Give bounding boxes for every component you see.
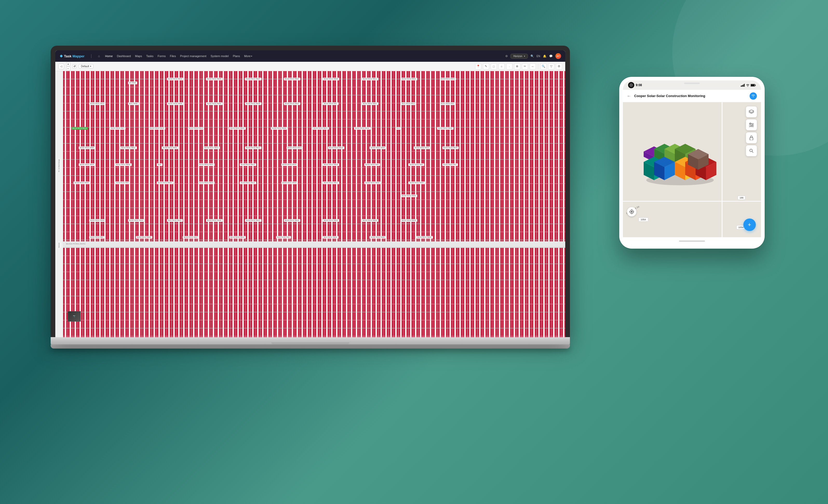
map-label-73: BLK35.TRC02.TRK84 (416, 236, 433, 239)
settings-icon[interactable]: ⚙ (505, 54, 508, 58)
lock-icon (750, 135, 753, 140)
wifi-icon (751, 94, 755, 97)
zoom-out-button[interactable]: − (66, 67, 70, 71)
nav-maps[interactable]: Maps (135, 54, 142, 57)
map-canvas[interactable]: BLK32.PC501.INV51 📷 DH.TRK05 BLK32.TRC01… (63, 71, 565, 337)
map-label-71: BLK3.TRC02.TRK46 (323, 236, 339, 239)
map-label-26: BLK2 (396, 127, 402, 130)
phone-filter-button[interactable] (746, 119, 757, 130)
home-icon[interactable]: ⌂ (98, 54, 100, 58)
point-tool[interactable]: · (506, 63, 512, 70)
zoom-in-button[interactable]: + (66, 62, 70, 66)
phone-search-button[interactable] (746, 145, 757, 156)
alerts-icon[interactable]: 💬 (549, 54, 553, 58)
phone-home-bar (623, 237, 761, 245)
map-label-18: BLK31.TRC02.TRK3 (440, 102, 455, 105)
map-label-62: BLK44.TRC01.TRK19 (284, 219, 300, 222)
phone-map-area[interactable]: 186 1054 County Rd 1tc (623, 102, 761, 237)
map-settings-button[interactable]: ⚙ (556, 63, 562, 70)
user-avatar[interactable]: A ▾ (555, 53, 561, 59)
phone-lock-button[interactable] (746, 132, 757, 143)
map-label-7: BLK43.TRC02.TRK22 (401, 78, 417, 80)
map-label-55: BLK44.TRC01.TRK25 (364, 181, 381, 184)
nav-more[interactable]: More ▾ (244, 54, 252, 57)
block-base (644, 144, 716, 180)
tool-divider (538, 64, 538, 69)
map-label-57: BLK44.TRC01.TRK09 (89, 219, 106, 222)
map-label-30: BLK33.TRC01.TRK01 (162, 146, 178, 149)
nav-forms[interactable]: Forms (158, 54, 166, 57)
section-divider: BLK32.PC501.INV51 (63, 241, 565, 247)
map-label-35: BLK33.TRC01.TRK09 (369, 146, 386, 149)
search-map-button[interactable]: 🔍 (540, 63, 546, 70)
map-label-blk3pc: BLK35.TRC02.TRK84 (401, 195, 417, 197)
map-label-23: BLK33.TRC01.TRK09 (271, 127, 287, 130)
map-label-17: BLK1.TRC02.TRK11 (401, 102, 416, 105)
phone-add-button[interactable]: + (743, 218, 756, 231)
main-content-area: 04. As Built Design Horizon BLK32.PC501.… (55, 71, 565, 337)
nav-project-mgmt[interactable]: Project management (180, 54, 206, 57)
map-label-70: BLK3.TRC02.TRK2 (276, 236, 291, 239)
phone-map-controls (746, 107, 757, 156)
laptop-screen-frame: TaskMapper | ⌂ Home Dashboard Maps Tasks… (51, 46, 570, 337)
notifications-icon[interactable]: 🔔 (543, 54, 546, 58)
map-label-51: BLK43.TRC01.TRK25 (198, 181, 215, 184)
brand-mapper: Mapper (73, 54, 84, 58)
extend-tool[interactable]: ↔ (530, 63, 536, 70)
map-label-34: BLK33.TRC02.TRK25 (328, 146, 344, 149)
map-label-50: BLK34.TRC01.TRK44 (157, 181, 173, 184)
map-label-28: BLK32.TRC01.TRK80 (79, 146, 95, 149)
map-label-13: BLK32.TRC01.TRK05 (245, 102, 261, 105)
navbar-right: ⚙ Horizon ▾ 🔍 EN 🔔 💬 A ▾ (505, 53, 561, 59)
map-label-12: BLK32.TRC01.TRK02 (206, 102, 222, 105)
map-label-60: BLK43.TRC01.TRK09 (206, 219, 222, 222)
cut-tool[interactable]: ✂ (522, 63, 528, 70)
navbar: TaskMapper | ⌂ Home Dashboard Maps Tasks… (55, 50, 565, 62)
phone-location-button[interactable] (627, 207, 636, 216)
map-label-66: BLK32.TRC02.TRK7 (89, 236, 105, 239)
map-label-45: BLK31.TRC02.TRK4 (364, 163, 380, 166)
nav-tasks[interactable]: Tasks (146, 54, 154, 57)
search-icon[interactable]: 🔍 (531, 54, 534, 58)
svg-point-50 (631, 211, 632, 213)
road-badge-186: 186 (738, 196, 745, 200)
map-label-48: BLK33.TRC02.TRK44 (74, 181, 90, 184)
language-selector[interactable]: EN (537, 55, 540, 57)
svg-rect-0 (60, 54, 63, 57)
expand-button[interactable]: ◁ (58, 64, 64, 69)
nav-home[interactable]: Home (105, 54, 113, 57)
layer-select[interactable]: Default ▾ (79, 64, 94, 69)
nav-system-model[interactable]: System model (211, 54, 229, 57)
pin-tool[interactable]: 📍 (475, 63, 482, 70)
phone-back-button[interactable]: ← (627, 94, 631, 98)
map-label-72: BLK35.TRC02.TRK83 (369, 236, 386, 239)
photo-thumbnail[interactable]: 📷 (68, 311, 81, 322)
map-label-46: BLK32.TRC02.TRK5 (408, 163, 424, 166)
laptop-base (51, 337, 570, 344)
map-label-25: BLK34.TRC01.TRK16 (354, 127, 371, 130)
phone-layers-button[interactable] (746, 107, 757, 117)
phone-status-icons (741, 84, 756, 87)
map-label-64: BLK45.TRC01.TRK09 (362, 219, 378, 222)
phone-home-indicator[interactable] (679, 241, 705, 242)
pencil-tool[interactable]: ✎ (483, 63, 489, 70)
workspace-selector[interactable]: Horizon ▾ (510, 54, 528, 59)
nav-files[interactable]: Files (170, 54, 176, 57)
map-label-65: BLK32.TRC02.TRK48 (401, 219, 417, 222)
scale-badge: 1054 (638, 217, 648, 222)
map-label-42: BLK32.TRC02.TRK13 (240, 163, 256, 166)
phone-wifi-button[interactable] (750, 92, 757, 100)
crosshair-tool[interactable]: ⊕ (514, 63, 520, 70)
map-label-52: BLK43.TRC01.TRK16 (240, 181, 256, 184)
phone-time-area: 9:08 (628, 82, 642, 88)
nav-plans[interactable]: Plans (233, 54, 240, 57)
solar-farm-3d-view (636, 118, 719, 191)
brand: TaskMapper (59, 54, 85, 58)
reset-view-button[interactable]: ↺ (73, 65, 77, 69)
map-label-3: BLK32.TRC01.TRK27 (245, 78, 261, 80)
filter-button[interactable]: ▽ (548, 63, 554, 70)
rect-tool[interactable]: □ (491, 63, 497, 70)
nav-dashboard[interactable]: Dashboard (117, 54, 131, 57)
map-label-49: BLK3.TRC02.TRK4 (115, 181, 130, 184)
circle-tool[interactable]: ○ (498, 63, 505, 70)
